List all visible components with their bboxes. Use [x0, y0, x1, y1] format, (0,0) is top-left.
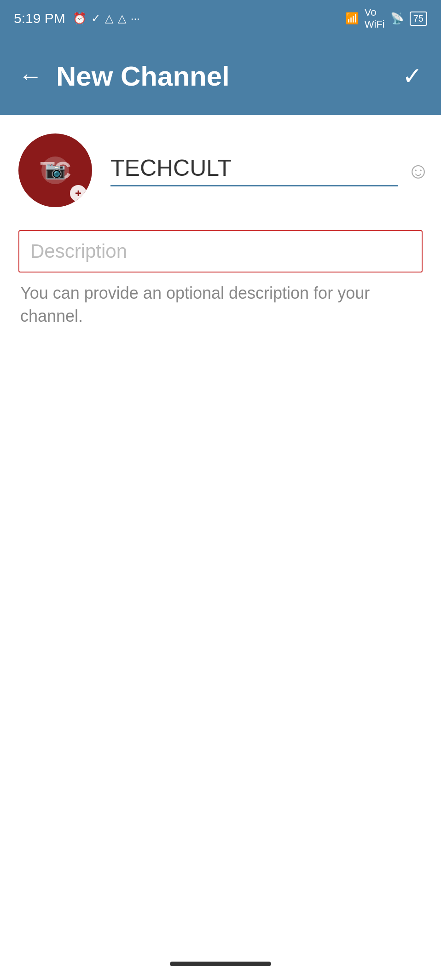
battery-icon: 75 — [410, 12, 427, 26]
vo-wifi-icon: VoWiFi — [365, 6, 385, 30]
name-input-wrapper: ☺ — [110, 155, 429, 186]
signal-icon: 📶 — [345, 12, 359, 25]
emoji-button[interactable]: ☺ — [407, 158, 429, 183]
description-input-wrapper — [18, 230, 423, 273]
more-icon: ··· — [131, 12, 140, 25]
app-bar-left: ← New Channel — [18, 60, 230, 92]
main-content: TC 📷 + ☺ You can provide an optional des… — [0, 115, 441, 347]
status-left: 5:19 PM ⏰ ✓ △ △ ··· — [14, 11, 140, 26]
battery-level: 75 — [413, 13, 424, 23]
channel-name-input[interactable] — [110, 155, 398, 186]
add-photo-badge: + — [70, 185, 87, 202]
description-input[interactable] — [30, 240, 411, 262]
camera-overlay: 📷 — [41, 157, 69, 184]
back-button[interactable]: ← — [18, 62, 42, 90]
status-bar: 5:19 PM ⏰ ✓ △ △ ··· 📶 VoWiFi 📡 75 — [0, 0, 441, 37]
description-section: You can provide an optional description … — [18, 230, 423, 328]
status-icons: ⏰ ✓ △ △ ··· — [73, 12, 140, 25]
description-hint: You can provide an optional description … — [18, 282, 423, 328]
alarm-icon: ⏰ — [73, 12, 87, 25]
home-indicator — [170, 962, 271, 966]
wifi-icon: 📡 — [390, 12, 404, 25]
camera-icon: 📷 — [45, 161, 66, 180]
drive-icon-2: △ — [118, 12, 126, 25]
status-right: 📶 VoWiFi 📡 75 — [345, 6, 427, 30]
confirm-button[interactable]: ✓ — [402, 62, 423, 90]
app-bar: ← New Channel ✓ — [0, 37, 441, 115]
check-icon: ✓ — [91, 12, 100, 25]
name-input-row: ☺ — [110, 155, 429, 186]
profile-row: TC 📷 + ☺ — [18, 133, 423, 207]
status-time: 5:19 PM — [14, 11, 65, 26]
avatar[interactable]: TC 📷 + — [18, 133, 92, 207]
drive-icon: △ — [105, 12, 113, 25]
page-title: New Channel — [56, 60, 230, 92]
